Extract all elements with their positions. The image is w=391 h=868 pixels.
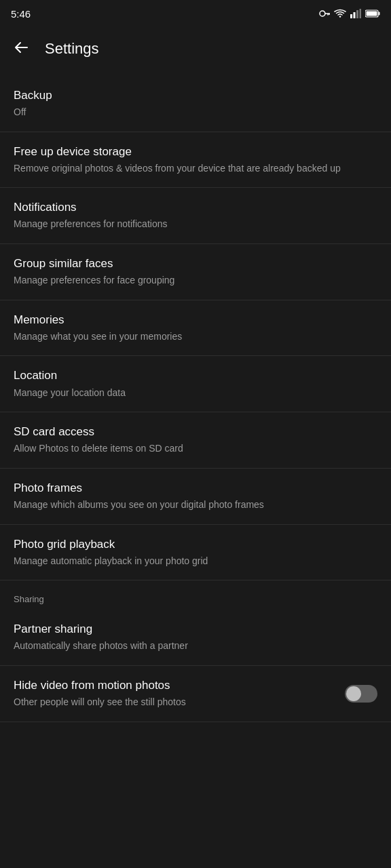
page-title: Settings [45, 40, 99, 58]
settings-item-subtitle-photo-grid-playback: Manage automatic playback in your photo … [14, 555, 377, 568]
settings-item-notifications[interactable]: Notifications Manage preferences for not… [0, 188, 391, 244]
settings-item-row-hide-video: Hide video from motion photos Other peop… [14, 678, 377, 709]
wifi-icon [334, 9, 346, 18]
settings-item-memories[interactable]: Memories Manage what you see in your mem… [0, 300, 391, 357]
settings-item-title-notifications: Notifications [14, 200, 377, 215]
settings-item-free-up-storage[interactable]: Free up device storage Remove original p… [0, 132, 391, 189]
settings-item-title-backup: Backup [14, 88, 377, 103]
svg-rect-6 [356, 10, 358, 18]
status-bar: 5:46 [0, 0, 391, 27]
settings-item-subtitle-partner-sharing: Automatically share photos with a partne… [14, 639, 377, 653]
settings-item-hide-video-motion-photos[interactable]: Hide video from motion photos Other peop… [0, 666, 391, 722]
settings-item-title-sd-card-access: SD card access [14, 425, 377, 439]
toggle-container-hide-video[interactable] [345, 685, 377, 703]
settings-list: Backup Off Free up device storage Remove… [0, 76, 391, 722]
settings-item-subtitle-group-similar-faces: Manage preferences for face grouping [14, 274, 377, 288]
svg-rect-4 [350, 14, 352, 18]
settings-item-backup[interactable]: Backup Off [0, 76, 391, 132]
svg-rect-5 [354, 12, 356, 18]
settings-item-title-free-up-storage: Free up device storage [14, 144, 377, 159]
settings-item-subtitle-location: Manage your location data [14, 387, 377, 400]
back-button[interactable] [11, 38, 31, 60]
toggle-thumb-hide-video [346, 686, 361, 701]
svg-rect-9 [367, 12, 377, 16]
settings-item-subtitle-backup: Off [14, 106, 377, 119]
settings-item-title-group-similar-faces: Group similar faces [14, 256, 377, 271]
settings-item-photo-frames[interactable]: Photo frames Manage which albums you see… [0, 469, 391, 525]
settings-item-subtitle-memories: Manage what you see in your memories [14, 330, 377, 344]
svg-rect-7 [360, 9, 362, 18]
toggle-hide-video[interactable] [345, 685, 377, 703]
settings-item-partner-sharing[interactable]: Partner sharing Automatically share phot… [0, 610, 391, 666]
settings-item-photo-grid-playback[interactable]: Photo grid playback Manage automatic pla… [0, 525, 391, 581]
settings-item-group-similar-faces[interactable]: Group similar faces Manage preferences f… [0, 244, 391, 300]
settings-item-subtitle-hide-video: Other people will only see the still pho… [14, 696, 337, 709]
section-label-sharing: Sharing [0, 580, 391, 610]
battery-icon [365, 9, 380, 18]
header: Settings [0, 27, 391, 76]
settings-item-title-photo-grid-playback: Photo grid playback [14, 537, 377, 552]
svg-point-0 [320, 11, 325, 16]
status-time: 5:46 [11, 8, 31, 20]
key-icon [319, 9, 330, 18]
svg-rect-10 [379, 12, 380, 16]
settings-item-location[interactable]: Location Manage your location data [0, 356, 391, 412]
settings-item-title-photo-frames: Photo frames [14, 481, 377, 496]
settings-item-sd-card-access[interactable]: SD card access Allow Photos to delete it… [0, 412, 391, 469]
signal-icon [350, 9, 361, 18]
settings-item-subtitle-photo-frames: Manage which albums you see on your digi… [14, 498, 377, 512]
settings-item-subtitle-sd-card-access: Allow Photos to delete items on SD card [14, 442, 377, 456]
settings-item-subtitle-notifications: Manage preferences for notifications [14, 218, 377, 231]
settings-item-title-memories: Memories [14, 313, 377, 328]
settings-item-title-location: Location [14, 368, 377, 383]
settings-item-title-partner-sharing: Partner sharing [14, 622, 377, 637]
settings-item-title-hide-video: Hide video from motion photos [14, 678, 337, 693]
status-icons [319, 9, 380, 18]
settings-item-subtitle-free-up-storage: Remove original photos & videos from you… [14, 162, 377, 176]
